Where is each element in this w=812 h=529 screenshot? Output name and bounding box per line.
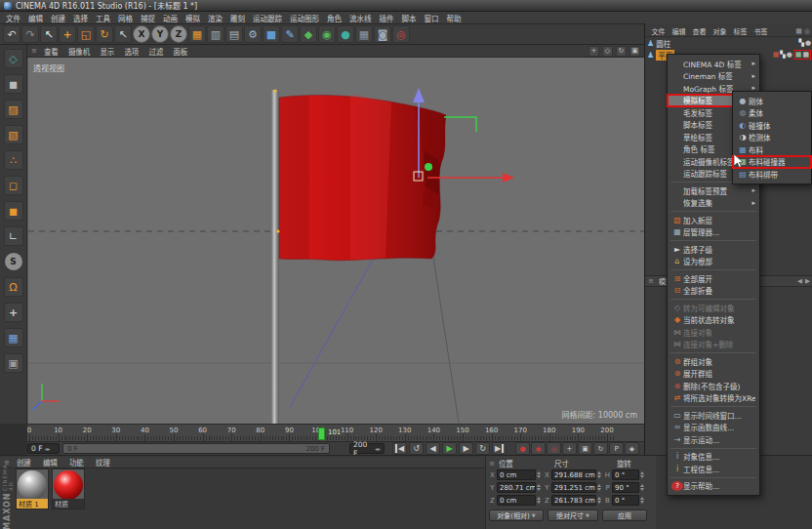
menu-item[interactable]: ⊚群组对象 xyxy=(668,355,759,368)
light-icon[interactable]: ◎ xyxy=(392,25,410,43)
menu-item[interactable]: Cineman 标签▸ xyxy=(668,70,759,83)
make-editable-icon[interactable]: ◇ xyxy=(4,49,23,68)
menu-item[interactable]: ▧加入新层 xyxy=(668,214,759,226)
menu-item[interactable]: ◐碰撞体 xyxy=(733,119,811,132)
object-manager-menu-item[interactable]: 文件 xyxy=(648,26,669,36)
viewport-canvas[interactable]: 透视视图 网格间距: 10000 cm xyxy=(27,58,644,424)
menu-item[interactable]: ▦布料 xyxy=(733,143,811,156)
previous-frame-button[interactable]: ◀ xyxy=(426,442,440,455)
axis-lock-icon[interactable]: + xyxy=(4,303,23,322)
undo-icon[interactable]: ↶ xyxy=(3,25,20,43)
subdivision-surface-icon[interactable]: ◆ xyxy=(300,25,317,43)
menu-item[interactable]: i对象信息... xyxy=(668,451,759,464)
menubar-item[interactable]: 插件 xyxy=(376,13,398,23)
menubar-item[interactable]: 运动跟踪 xyxy=(249,13,286,23)
toggle-view-icon[interactable]: ▣ xyxy=(629,46,640,57)
menubar-item[interactable]: 脚本 xyxy=(398,13,421,23)
spline-pen-icon[interactable]: ✎ xyxy=(281,25,299,43)
record-position-toggle[interactable]: + xyxy=(562,442,577,455)
object-manager-menu-item[interactable]: 编辑 xyxy=(669,26,689,36)
move-tool-icon[interactable]: + xyxy=(59,25,76,43)
next-frame-button[interactable]: ▶ xyxy=(459,442,473,455)
apply-button[interactable]: 应用 xyxy=(602,509,647,521)
autokey-button[interactable]: ◉ xyxy=(531,442,546,455)
size-x-spinner[interactable] xyxy=(597,471,603,478)
menubar-item[interactable]: 编辑 xyxy=(24,13,47,23)
primitive-cube-icon[interactable]: ■ xyxy=(263,25,280,43)
menubar-item[interactable]: 创建 xyxy=(47,13,69,23)
gizmo-y-arrowhead[interactable] xyxy=(413,88,425,102)
phong-tag[interactable]: ● xyxy=(787,51,792,59)
menu-item[interactable]: ?显示帮助... xyxy=(668,480,759,493)
record-pla-toggle[interactable]: ◈ xyxy=(625,442,639,455)
viewport-menu-item[interactable]: 查看 xyxy=(39,46,63,57)
cloth-collider-tag[interactable]: ▦ xyxy=(802,51,809,59)
menu-item[interactable]: ⊟全部折叠 xyxy=(668,285,759,298)
menubar-item[interactable]: 角色 xyxy=(323,13,345,23)
menubar-item[interactable]: 渲染 xyxy=(204,13,226,23)
size-z-field[interactable]: 261.783 cm xyxy=(551,495,596,506)
menu-item[interactable]: ⇄将所选对象转换为XRef xyxy=(668,392,759,405)
position-y-spinner[interactable] xyxy=(537,484,543,491)
material-menu-item[interactable]: 纹理 xyxy=(91,457,115,468)
menu-item[interactable]: ⊛展开群组 xyxy=(668,368,759,381)
vertex-point[interactable] xyxy=(273,89,276,92)
position-y-field[interactable]: 280.71 cm xyxy=(497,482,536,493)
snap-toggle-icon[interactable]: S xyxy=(4,252,23,271)
axis-mode-icon[interactable]: ∟ xyxy=(4,226,23,246)
current-frame-spinner[interactable]: 0 F◂▸ xyxy=(27,443,60,454)
goto-start-button[interactable]: ◀ xyxy=(392,442,407,455)
menu-item[interactable]: CINEMA 4D 标签▸ xyxy=(668,58,759,70)
menu-item[interactable]: 恢复选集▸ xyxy=(668,197,759,210)
material-name[interactable]: 材质 1 xyxy=(17,499,48,509)
render-picture-viewer-icon[interactable]: ▤ xyxy=(225,25,243,43)
position-x-field[interactable]: 0 cm xyxy=(497,469,536,480)
zoom-view-icon[interactable]: ◇ xyxy=(602,46,613,57)
environment-icon[interactable]: ● xyxy=(337,25,354,43)
end-frame-spinner[interactable]: 200 F◂▸ xyxy=(349,443,385,454)
menubar-item[interactable]: 窗口 xyxy=(421,13,443,23)
x-axis-toggle[interactable]: X xyxy=(133,25,150,43)
phong-tag[interactable]: ● xyxy=(805,39,811,47)
object-manager-menu-item[interactable]: 查看 xyxy=(689,26,710,36)
record-parameter-toggle[interactable]: P xyxy=(609,442,624,455)
object-manager-menu-item[interactable]: 对象 xyxy=(710,26,730,36)
simulation-tag[interactable]: ▦ xyxy=(795,51,802,59)
menu-item[interactable]: ⌂设为根部 xyxy=(668,256,759,268)
object-manager-menu-item[interactable]: 标签 xyxy=(730,26,751,36)
panel-grip-icon[interactable]: ≡ xyxy=(648,277,654,285)
render-settings-icon[interactable]: ⚙ xyxy=(244,25,262,43)
menu-item[interactable]: ◆当前状态转对象 xyxy=(668,314,759,327)
render-view-icon[interactable]: ▥ xyxy=(207,25,224,43)
rotation-p-field[interactable]: 90 ° xyxy=(612,482,639,493)
object-manager-menu-item[interactable]: 书签 xyxy=(751,26,771,36)
current-frame-marker[interactable] xyxy=(318,427,325,440)
material-name[interactable]: 材质 xyxy=(53,499,84,509)
cloth-tag[interactable]: ▦ xyxy=(773,51,780,59)
texture-mode-icon[interactable]: ▨ xyxy=(4,100,23,119)
menu-item[interactable]: →显示运动... xyxy=(668,433,759,446)
menu-item[interactable]: ►选择子级 xyxy=(668,243,759,256)
record-keyframe-button[interactable]: ● xyxy=(515,442,530,455)
size-y-field[interactable]: 291.251 cm xyxy=(551,482,596,493)
redo-icon[interactable]: ↷ xyxy=(21,25,39,43)
position-z-field[interactable]: 0 cm xyxy=(497,495,536,506)
menu-item[interactable]: 加载标签预置▸ xyxy=(668,184,759,197)
size-y-spinner[interactable] xyxy=(597,484,603,491)
keyframe-selection-button[interactable]: ◎ xyxy=(547,442,561,455)
magnet-snap-icon[interactable]: Ω xyxy=(4,277,23,297)
menu-item[interactable]: ◍柔体 xyxy=(733,107,811,120)
workplane-grid-icon[interactable]: ▦ xyxy=(4,328,23,347)
menubar-item[interactable]: 模拟 xyxy=(182,13,204,23)
coord-mode-dropdown[interactable]: 对象(相对)▼ xyxy=(489,509,544,521)
rotate-view-icon[interactable]: ↻ xyxy=(616,46,627,57)
scale-tool-icon[interactable]: ◱ xyxy=(77,25,95,43)
deformer-icon[interactable]: ◉ xyxy=(318,25,336,43)
menu-item[interactable]: ▭显示时间线窗口... xyxy=(668,409,759,422)
menubar-item[interactable]: 帮助 xyxy=(443,13,466,23)
menu-item[interactable]: ▤布料绑带 xyxy=(733,168,811,181)
menubar-item[interactable]: 文件 xyxy=(2,13,24,23)
menu-item[interactable]: ⊗删除(不包含子级) xyxy=(668,380,759,392)
goto-end-button[interactable]: ▶ xyxy=(492,442,507,455)
object-row[interactable]: ♟圆柱▚● xyxy=(647,37,811,49)
